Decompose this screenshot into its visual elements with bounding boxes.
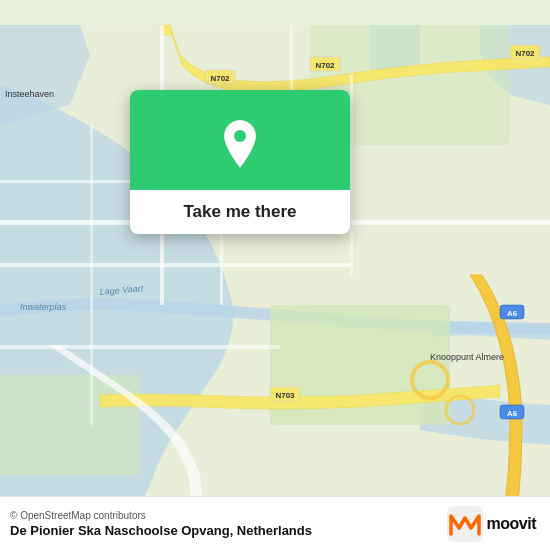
osm-attribution: © OpenStreetMap contributors	[10, 510, 312, 521]
location-pin-icon	[218, 118, 262, 170]
svg-text:Inwaterplas: Inwaterplas	[20, 302, 67, 312]
moovit-text: moovit	[487, 515, 536, 533]
svg-rect-18	[0, 345, 280, 349]
take-me-there-button[interactable]: Take me there	[167, 190, 312, 234]
svg-text:A6: A6	[507, 309, 518, 318]
svg-rect-24	[90, 125, 93, 425]
svg-text:N703: N703	[275, 391, 295, 400]
svg-point-31	[234, 130, 246, 142]
svg-text:Insteehaven: Insteehaven	[5, 89, 54, 99]
svg-text:A6: A6	[507, 409, 518, 418]
svg-text:N702: N702	[515, 49, 535, 58]
svg-rect-23	[350, 75, 353, 275]
map-background: N702 N702 N702 N703 A6 A6 Lage Vaart Kno…	[0, 0, 550, 550]
popup-card: Take me there	[130, 90, 350, 234]
bottom-bar: © OpenStreetMap contributors De Pionier …	[0, 496, 550, 550]
popup-green-area	[130, 90, 350, 190]
svg-text:N702: N702	[210, 74, 230, 83]
location-name: De Pionier Ska Naschoolse Opvang, Nether…	[10, 523, 312, 538]
svg-text:N702: N702	[315, 61, 335, 70]
moovit-icon	[447, 506, 483, 542]
moovit-logo: moovit	[447, 506, 536, 542]
svg-text:Knooppunt Almere: Knooppunt Almere	[430, 352, 504, 362]
bottom-left-info: © OpenStreetMap contributors De Pionier …	[10, 510, 312, 538]
map-container: N702 N702 N702 N703 A6 A6 Lage Vaart Kno…	[0, 0, 550, 550]
svg-rect-17	[0, 263, 350, 267]
